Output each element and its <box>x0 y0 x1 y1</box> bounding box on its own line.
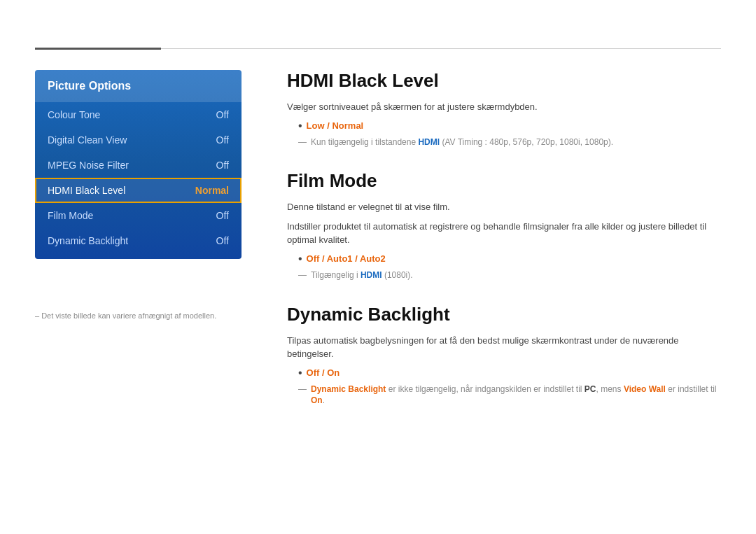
section-desc-hdmi-black-level: Vælger sortniveauet på skærmen for at ju… <box>287 100 721 114</box>
sidebar-item-value: Off <box>216 210 229 221</box>
bullet-hdmi-options: Low / Normal <box>298 120 721 132</box>
sidebar-item-film-mode[interactable]: Film Mode Off <box>35 203 241 228</box>
top-line-light <box>161 48 721 49</box>
sidebar-item-hdmi-black-level[interactable]: HDMI Black Level Normal <box>35 178 241 203</box>
section-hdmi-black-level: HDMI Black Level Vælger sortniveauet på … <box>287 70 721 148</box>
sidebar-title: Picture Options <box>35 70 241 102</box>
section-desc-film-mode-2: Indstiller produktet til automatisk at r… <box>287 220 721 247</box>
note-on-keyword: On <box>311 395 323 405</box>
sidebar-panel: Picture Options Colour Tone Off Digital … <box>35 70 241 259</box>
hdmi-options-highlight: Low / Normal <box>307 120 364 131</box>
bullet-film-options: Off / Auto1 / Auto2 <box>298 253 721 265</box>
sidebar-item-value: Off <box>216 160 229 171</box>
note-dynamic-backlight: Dynamic Backlight er ikke tilgængelig, n… <box>298 384 721 407</box>
note-text: Dynamic Backlight er ikke tilgængelig, n… <box>311 384 721 407</box>
sidebar-item-label: Film Mode <box>48 210 93 221</box>
note-dynamic-keyword: Dynamic Backlight <box>311 384 386 394</box>
sidebar-item-label: Colour Tone <box>48 109 100 120</box>
section-desc-dynamic-backlight: Tilpas automatisk bagbelysningen for at … <box>287 334 721 361</box>
note-videowall-keyword: Video Wall <box>624 384 666 394</box>
note-text: Tilgængelig i HDMI (1080i). <box>311 269 413 281</box>
sidebar-item-mpeg-noise-filter[interactable]: MPEG Noise Filter Off <box>35 153 241 178</box>
note-film-availability: Tilgængelig i HDMI (1080i). <box>298 269 721 281</box>
note-hdmi-keyword-film: HDMI <box>360 270 382 280</box>
bullet-dynamic-options: Off / On <box>298 367 721 379</box>
sidebar-item-dynamic-backlight[interactable]: Dynamic Backlight Off <box>35 228 241 253</box>
section-title-film-mode: Film Mode <box>287 170 721 192</box>
sidebar-item-colour-tone[interactable]: Colour Tone Off <box>35 102 241 127</box>
section-dynamic-backlight: Dynamic Backlight Tilpas automatisk bagb… <box>287 304 721 407</box>
note-hdmi-availability: Kun tilgængelig i tilstandene HDMI (AV T… <box>298 136 721 148</box>
dynamic-options-highlight: Off / On <box>307 367 340 378</box>
film-options-highlight: Off / Auto1 / Auto2 <box>307 253 386 264</box>
top-decorative-lines <box>35 48 721 50</box>
section-title-hdmi-black-level: HDMI Black Level <box>287 70 721 92</box>
top-line-dark <box>35 48 161 50</box>
section-desc-film-mode-1: Denne tilstand er velegnet til at vise f… <box>287 200 721 214</box>
sidebar-item-label: HDMI Black Level <box>48 185 125 196</box>
sidebar-item-label: Digital Clean View <box>48 134 127 146</box>
sidebar-item-digital-clean-view[interactable]: Digital Clean View Off <box>35 127 241 153</box>
note-pc-keyword: PC <box>584 384 596 394</box>
sidebar-item-value: Off <box>216 134 229 146</box>
note-hdmi-keyword: HDMI <box>418 137 440 147</box>
section-title-dynamic-backlight: Dynamic Backlight <box>287 304 721 325</box>
sidebar-item-value: Off <box>216 109 229 120</box>
sidebar-item-label: Dynamic Backlight <box>48 235 128 246</box>
section-film-mode: Film Mode Denne tilstand er velegnet til… <box>287 170 721 281</box>
sidebar-item-value: Off <box>216 235 229 246</box>
note-text: Kun tilgængelig i tilstandene HDMI (AV T… <box>311 136 613 148</box>
sidebar-item-value: Normal <box>195 185 229 196</box>
sidebar-footnote: – Det viste billede kan variere afnægnig… <box>35 311 216 320</box>
main-content: HDMI Black Level Vælger sortniveauet på … <box>287 70 721 499</box>
sidebar-item-label: MPEG Noise Filter <box>48 160 129 171</box>
